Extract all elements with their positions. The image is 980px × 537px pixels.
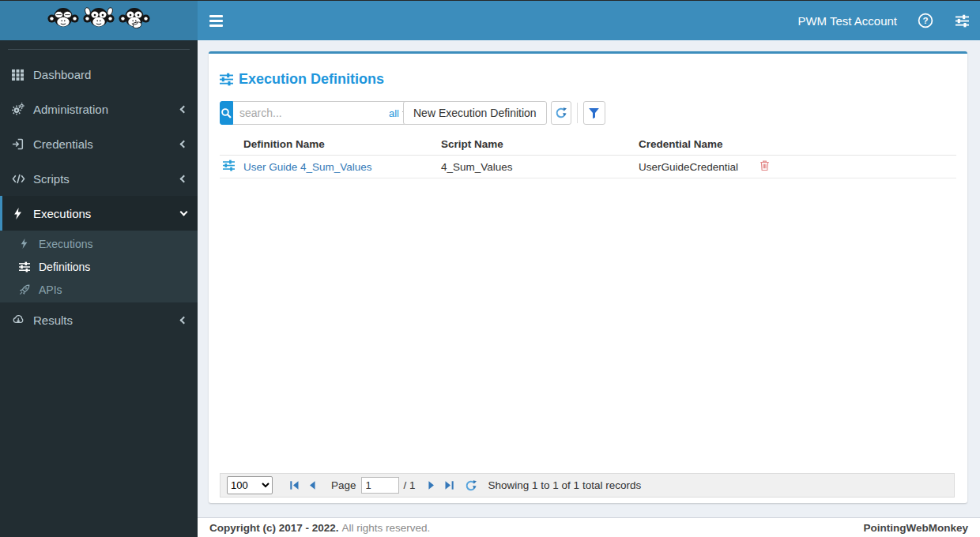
submenu-item-definitions[interactable]: Definitions <box>0 255 198 278</box>
page-title: Execution Definitions <box>220 71 956 88</box>
submenu-item-label: Definitions <box>39 261 90 273</box>
definitions-table: Definition Name Script Name Credential N… <box>220 133 956 178</box>
monkey-hear-no-evil-icon <box>83 5 115 37</box>
new-execution-definition-button[interactable]: New Execution Definition <box>403 101 547 125</box>
chevron-down-icon <box>180 208 188 216</box>
sliders-icon <box>223 160 235 171</box>
settings-sliders-icon[interactable] <box>944 1 980 40</box>
first-page-icon <box>289 480 300 490</box>
submenu-item-apis[interactable]: APIs <box>0 278 198 301</box>
search-input[interactable] <box>233 103 389 123</box>
sidebar: Dashboard Administration Credentials Scr… <box>0 1 198 537</box>
column-header-actions <box>756 133 956 156</box>
column-header-script-name: Script Name <box>438 133 635 156</box>
column-header-credential-name: Credential Name <box>635 133 756 156</box>
chevron-left-icon <box>180 316 188 324</box>
search-input-wrap: all <box>233 101 415 125</box>
chevron-left-icon <box>180 105 188 113</box>
filter-funnel-icon <box>588 107 600 119</box>
cloud-download-icon <box>12 314 33 326</box>
total-pages-label: / 1 <box>404 479 416 491</box>
toolbar: all New Execution Definition <box>220 101 956 125</box>
prev-page-button[interactable] <box>303 480 322 490</box>
records-summary: Showing 1 to 1 of 1 total records <box>488 479 642 491</box>
refresh-icon <box>555 107 567 119</box>
pagination-bar: 100 Page / 1 Showing 1 to 1 of 1 total r… <box>220 473 955 498</box>
toolbar-divider <box>577 103 578 123</box>
refresh-icon <box>465 479 477 492</box>
code-icon <box>12 174 33 184</box>
sidebar-item-label: Dashboard <box>33 68 91 81</box>
sidebar-item-administration[interactable]: Administration <box>0 92 198 126</box>
prev-page-icon <box>307 480 318 490</box>
sidebar-item-label: Executions <box>33 207 91 220</box>
brand-name: PointingWebMonkey <box>863 522 968 534</box>
delete-button[interactable] <box>759 160 771 171</box>
search-button[interactable] <box>220 101 233 125</box>
table-header-row: Definition Name Script Name Credential N… <box>220 133 956 156</box>
content-area: Execution Definitions all New Exec <box>198 40 980 518</box>
footer: Copyright (c) 2017 - 2022.All rights res… <box>198 517 980 537</box>
application-window: Dashboard Administration Credentials Scr… <box>0 0 980 537</box>
gears-icon <box>12 103 33 115</box>
table-row: User Guide 4_Sum_Values 4_Sum_Values Use… <box>220 156 956 178</box>
search-icon <box>220 107 232 119</box>
sliders-icon <box>19 261 39 272</box>
sign-in-icon <box>12 138 33 150</box>
page-number-input[interactable] <box>361 477 399 494</box>
search-group: all <box>220 101 398 125</box>
credential-name-cell: UserGuideCredential <box>635 156 756 178</box>
pagination-refresh-button[interactable] <box>465 479 477 492</box>
column-header-definition-name: Definition Name <box>240 133 438 156</box>
definition-name-link[interactable]: User Guide 4_Sum_Values <box>243 161 372 173</box>
dashboard-grid-icon <box>12 69 33 81</box>
page-size-select[interactable]: 100 <box>227 476 273 494</box>
hamburger-menu-button[interactable] <box>198 1 234 40</box>
sidebar-divider <box>8 49 190 50</box>
next-page-icon <box>426 480 436 490</box>
sidebar-item-dashboard[interactable]: Dashboard <box>0 57 198 92</box>
bolt-icon <box>12 208 33 220</box>
rocket-icon <box>19 284 39 295</box>
sidebar-item-label: Credentials <box>33 137 93 151</box>
column-header-icon <box>220 133 240 156</box>
submenu-item-label: APIs <box>39 284 62 296</box>
submenu-item-executions[interactable]: Executions <box>0 232 198 255</box>
logo[interactable] <box>0 1 198 40</box>
chevron-left-icon <box>180 175 188 182</box>
sidebar-item-scripts[interactable]: Scripts <box>0 161 198 196</box>
sidebar-item-label: Scripts <box>33 172 70 186</box>
next-page-button[interactable] <box>422 480 440 490</box>
submenu-item-label: Executions <box>39 238 92 250</box>
sidebar-item-executions[interactable]: Executions <box>0 196 198 231</box>
bolt-icon <box>19 238 39 249</box>
chevron-left-icon <box>180 140 188 148</box>
last-page-button[interactable] <box>440 480 458 490</box>
trash-icon <box>759 160 771 171</box>
refresh-button[interactable] <box>551 101 571 125</box>
sidebar-item-label: Results <box>33 314 73 327</box>
sidebar-menu: Dashboard Administration Credentials Scr… <box>0 57 198 337</box>
account-name[interactable]: PWM Test Account <box>788 14 906 28</box>
copyright-text: Copyright (c) 2017 - 2022.All rights res… <box>209 522 430 534</box>
sidebar-item-results[interactable]: Results <box>0 302 198 337</box>
executions-submenu: Executions Definitions APIs <box>0 231 198 302</box>
sliders-icon <box>220 73 233 86</box>
first-page-button[interactable] <box>285 480 303 490</box>
execution-definitions-card: Execution Definitions all New Exec <box>209 51 967 503</box>
top-navbar: PWM Test Account <box>198 1 980 40</box>
sidebar-item-label: Administration <box>33 103 108 116</box>
script-name-cell: 4_Sum_Values <box>438 156 635 178</box>
filter-button[interactable] <box>583 101 605 125</box>
page-label: Page <box>331 479 356 491</box>
last-page-icon <box>444 480 454 490</box>
navbar-right: PWM Test Account <box>788 1 980 40</box>
monkey-see-no-evil-icon <box>47 5 79 37</box>
help-circle-icon[interactable] <box>906 1 944 40</box>
sidebar-item-credentials[interactable]: Credentials <box>0 126 198 161</box>
monkey-pointing-icon <box>119 5 150 37</box>
